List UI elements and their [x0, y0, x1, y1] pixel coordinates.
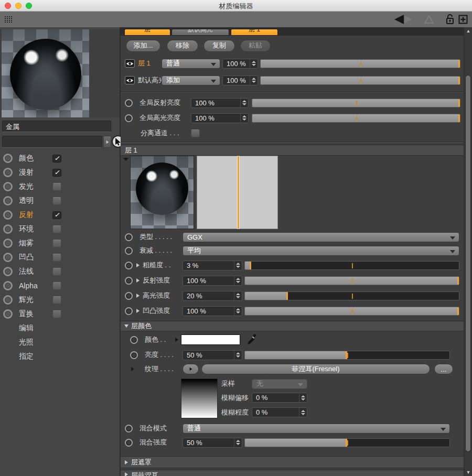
- mix-mode-dropdown[interactable]: 普通: [183, 424, 450, 434]
- add-material-icon[interactable]: [458, 14, 468, 25]
- mix-strength-slider[interactable]: [244, 438, 450, 447]
- scroll-up-icon[interactable]: ▲: [464, 27, 472, 35]
- specular-strength-slider[interactable]: [244, 291, 459, 300]
- record-circle-icon[interactable]: [3, 295, 13, 305]
- record-circle-icon[interactable]: [125, 277, 133, 285]
- channel-checkbox[interactable]: [52, 240, 61, 247]
- channel-checkbox[interactable]: [52, 310, 61, 318]
- channel-checkbox[interactable]: ✓: [52, 155, 61, 163]
- record-circle-icon[interactable]: [3, 154, 13, 163]
- channel-row-displacement[interactable]: 置换: [0, 308, 121, 320]
- channel-label-selected[interactable]: 反射: [19, 210, 46, 220]
- spinner-arrows-icon[interactable]: [234, 438, 242, 447]
- channel-checkbox[interactable]: ✓: [52, 211, 61, 219]
- blurriness-spinner[interactable]: 0 %: [252, 407, 307, 417]
- color-swatch[interactable]: [181, 334, 240, 345]
- specular-strength-spinner[interactable]: 20 %: [183, 291, 242, 301]
- record-circle-icon[interactable]: [3, 281, 13, 290]
- expand-triangle-icon[interactable]: [131, 367, 134, 371]
- bump-strength-slider[interactable]: [244, 307, 459, 316]
- attenuation-dropdown[interactable]: 平均: [183, 246, 459, 256]
- channel-label[interactable]: 置换: [19, 309, 46, 319]
- expand-triangle-icon[interactable]: [136, 294, 140, 298]
- type-dropdown[interactable]: GGX: [183, 232, 459, 242]
- sidebar-item-illumination[interactable]: 光照: [0, 336, 121, 349]
- layer-blend-dropdown[interactable]: 添加: [162, 75, 220, 85]
- remove-layer-button[interactable]: 移除: [167, 40, 198, 52]
- record-circle-icon[interactable]: [3, 182, 13, 191]
- layer-opacity-slider[interactable]: [260, 59, 460, 68]
- channel-row-glow[interactable]: 辉光: [0, 294, 121, 306]
- channel-row-luminance[interactable]: 发光: [0, 180, 121, 193]
- channel-checkbox[interactable]: [52, 268, 61, 276]
- spinner-arrows-icon[interactable]: [250, 59, 258, 68]
- texture-preset-button[interactable]: [183, 364, 199, 374]
- reflection-strength-spinner[interactable]: 100 %: [183, 276, 242, 286]
- paste-layer-button[interactable]: 粘贴: [240, 40, 271, 52]
- record-circle-icon[interactable]: [3, 309, 13, 319]
- channel-checkbox[interactable]: [52, 197, 61, 205]
- record-circle-icon[interactable]: [130, 351, 138, 359]
- channel-row-color[interactable]: 颜色 ✓: [0, 152, 121, 165]
- roughness-spinner[interactable]: 3 %: [183, 261, 242, 271]
- expand-triangle-icon[interactable]: [136, 278, 140, 283]
- spinner-arrows-icon[interactable]: [250, 76, 258, 85]
- channel-row-transparency[interactable]: 透明: [0, 194, 121, 207]
- expand-triangle-icon[interactable]: [136, 263, 140, 267]
- blur-offset-spinner[interactable]: 0 %: [252, 393, 307, 403]
- record-circle-icon[interactable]: [125, 114, 133, 122]
- global-specular-spinner[interactable]: 100 %: [191, 113, 249, 123]
- layer-blend-dropdown[interactable]: 普通: [162, 59, 220, 69]
- channel-row-alpha[interactable]: Alpha: [0, 279, 121, 292]
- channel-label[interactable]: 环境: [19, 224, 46, 234]
- reflection-strength-slider[interactable]: [244, 276, 459, 285]
- drag-grip-icon[interactable]: [4, 16, 13, 23]
- add-layer-button[interactable]: 添加...: [126, 40, 160, 52]
- tab-layer-1[interactable]: 层 1: [231, 29, 278, 36]
- record-circle-icon[interactable]: [125, 307, 133, 315]
- channel-row-normal[interactable]: 法线: [0, 265, 121, 278]
- eyedropper-icon[interactable]: [245, 333, 258, 347]
- material-name-field[interactable]: 金属: [2, 121, 111, 132]
- tab-layers[interactable]: 层: [124, 29, 170, 36]
- record-circle-icon[interactable]: [125, 425, 133, 432]
- spinner-arrows-icon[interactable]: [234, 291, 242, 300]
- channel-row-environment[interactable]: 环境: [0, 223, 121, 235]
- spinner-arrows-icon[interactable]: [234, 307, 242, 316]
- scrollbar-thumb[interactable]: [465, 75, 471, 452]
- search-expand-button[interactable]: [103, 136, 111, 148]
- spinner-arrows-icon[interactable]: [234, 351, 242, 360]
- channel-label[interactable]: 辉光: [19, 295, 46, 305]
- vertical-scrollbar[interactable]: ▲ ▼: [464, 27, 472, 476]
- separate-passes-checkbox[interactable]: [191, 129, 200, 137]
- record-circle-icon[interactable]: [3, 267, 13, 276]
- record-circle-icon[interactable]: [125, 247, 133, 255]
- history-back-icon[interactable]: [392, 14, 416, 25]
- copy-layer-button[interactable]: 复制: [203, 40, 235, 52]
- channel-checkbox[interactable]: [52, 254, 61, 262]
- mix-strength-spinner[interactable]: 50 %: [183, 438, 242, 448]
- texture-shader-button[interactable]: 菲涅耳(Fresnel): [201, 364, 430, 374]
- record-circle-icon[interactable]: [125, 233, 133, 241]
- channel-checkbox[interactable]: ✓: [52, 169, 61, 177]
- channel-row-bump[interactable]: 凹凸: [0, 251, 121, 264]
- layer-name[interactable]: 层 1: [138, 59, 151, 68]
- layer-fresnel-header[interactable]: 层菲涅耳: [121, 470, 464, 476]
- expand-triangle-icon[interactable]: [175, 338, 178, 342]
- record-circle-icon[interactable]: [130, 336, 138, 344]
- lock-open-icon[interactable]: [445, 14, 455, 25]
- brightness-slider[interactable]: [244, 351, 450, 360]
- channel-row-diffusion[interactable]: 漫射 ✓: [0, 166, 121, 179]
- layer-opacity-spinner[interactable]: 100 %: [222, 75, 258, 85]
- sidebar-item-editor[interactable]: 编辑: [0, 322, 121, 334]
- record-circle-icon[interactable]: [125, 99, 133, 107]
- channel-checkbox[interactable]: [52, 225, 61, 233]
- channel-label[interactable]: 漫射: [19, 168, 46, 177]
- visibility-eye-icon[interactable]: [125, 59, 135, 68]
- material-preview[interactable]: [0, 29, 120, 117]
- roughness-slider[interactable]: [244, 261, 459, 270]
- layer-mask-header[interactable]: 层遮罩: [121, 456, 464, 468]
- texture-browse-button[interactable]: ...: [434, 364, 453, 374]
- record-circle-icon[interactable]: [3, 224, 13, 234]
- record-circle-icon[interactable]: [3, 253, 13, 262]
